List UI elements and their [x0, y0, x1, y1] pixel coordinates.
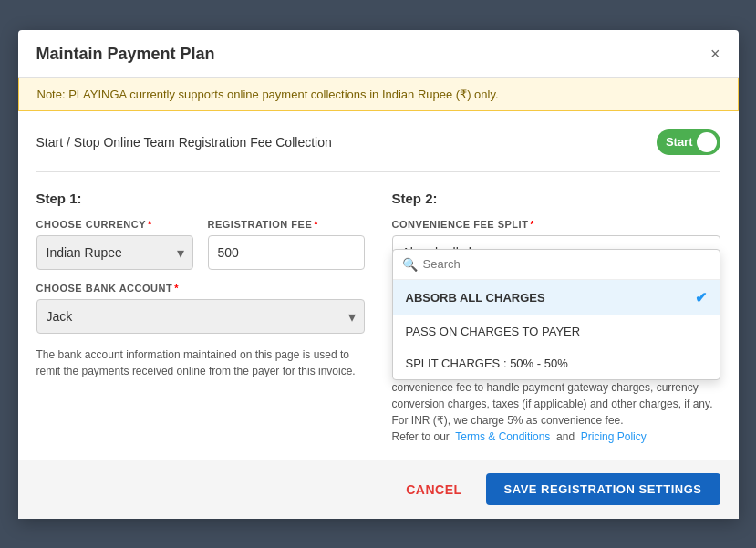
refer-text: Refer to our — [392, 430, 450, 443]
toggle-state-label: Start — [666, 135, 693, 149]
currency-field-group: CHOOSE CURRENCY* Indian Rupee ▾ — [36, 219, 193, 270]
reg-fee-input[interactable] — [208, 235, 365, 270]
conv-fee-label: CONVENIENCE FEE SPLIT* — [392, 219, 720, 230]
currency-select-wrap: Indian Rupee ▾ — [36, 235, 193, 270]
note-banner: Note: PLAYINGA currently supports online… — [18, 78, 739, 111]
two-fields-row: CHOOSE CURRENCY* Indian Rupee ▾ REGISTRA… — [36, 219, 365, 270]
bank-note-text: The bank account information maintained … — [36, 346, 365, 379]
toggle-switch[interactable]: Start — [657, 129, 720, 155]
close-button[interactable]: × — [710, 46, 720, 62]
toggle-label: Start / Stop Online Team Registration Fe… — [36, 135, 332, 150]
step2-heading: Step 2: — [392, 191, 720, 206]
pricing-link[interactable]: Pricing Policy — [581, 430, 647, 443]
option-split[interactable]: SPLIT CHARGES : 50% - 50% — [393, 347, 720, 379]
cancel-button[interactable]: CANCEL — [393, 473, 474, 506]
fee-description: convenience fee to handle payment gatewa… — [392, 379, 720, 445]
reg-fee-label: REGISTRATION FEE* — [208, 219, 365, 230]
and-text: and — [556, 430, 575, 443]
bank-label: CHOOSE BANK ACCOUNT* — [36, 283, 365, 294]
toggle-row: Start / Stop Online Team Registration Fe… — [36, 129, 720, 172]
terms-link[interactable]: Terms & Conditions — [455, 430, 550, 443]
modal-header: Maintain Payment Plan × — [18, 30, 739, 78]
modal-title: Maintain Payment Plan — [36, 45, 215, 64]
modal-dialog: Maintain Payment Plan × Note: PLAYINGA c… — [18, 30, 739, 519]
save-button[interactable]: SAVE REGISTRATION SETTINGS — [486, 473, 720, 505]
bank-field-group: CHOOSE BANK ACCOUNT* Jack ▾ — [36, 283, 365, 334]
search-box: 🔍 — [393, 250, 720, 280]
reg-fee-field-group: REGISTRATION FEE* — [208, 219, 365, 270]
modal-footer: CANCEL SAVE REGISTRATION SETTINGS — [18, 460, 739, 519]
step2-column: Step 2: CONVENIENCE FEE SPLIT* Absorb al… — [392, 191, 720, 445]
search-icon: 🔍 — [402, 257, 418, 272]
conv-fee-dropdown-menu: 🔍 ABSORB ALL CHARGES ✔ PASS ON CHARGES T… — [392, 249, 720, 380]
currency-label: CHOOSE CURRENCY* — [36, 219, 193, 230]
toggle-knob — [697, 132, 717, 152]
option-absorb[interactable]: ABSORB ALL CHARGES ✔ — [393, 280, 720, 315]
modal-body: Start / Stop Online Team Registration Fe… — [18, 111, 739, 460]
checkmark-icon: ✔ — [695, 289, 707, 306]
step1-column: Step 1: CHOOSE CURRENCY* Indian Rupee ▾ — [36, 191, 365, 445]
bank-select[interactable]: Jack — [36, 299, 365, 334]
option-pass-on[interactable]: PASS ON CHARGES TO PAYER — [393, 315, 720, 347]
bank-select-wrap: Jack ▾ — [36, 299, 365, 334]
search-input[interactable] — [423, 257, 710, 271]
steps-row: Step 1: CHOOSE CURRENCY* Indian Rupee ▾ — [36, 191, 720, 445]
step1-heading: Step 1: — [36, 191, 365, 206]
currency-select[interactable]: Indian Rupee — [36, 235, 193, 270]
